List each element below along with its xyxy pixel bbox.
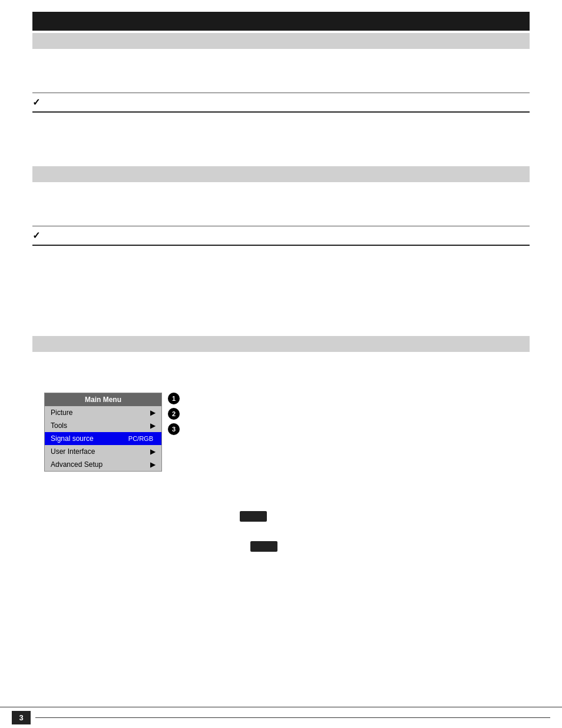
osd-menu-item-ui[interactable]: User Interface ▶: [45, 445, 161, 458]
section-1: ✓: [32, 12, 530, 147]
section-3: Main Menu Picture ▶ Tools ▶ Signal sourc…: [32, 336, 530, 653]
section-3-body-5: [32, 612, 530, 624]
btn-row-1-prefix: [32, 510, 235, 522]
osd-menu-item-advanced[interactable]: Advanced Setup ▶: [45, 458, 161, 471]
section-2-body-6: [32, 305, 530, 317]
num-row-2: 2: [168, 408, 180, 423]
section-2-body-3: [32, 251, 530, 263]
button-indicator-1: [240, 511, 267, 522]
section-2-checkmark-row: ✓: [32, 230, 530, 241]
section-1-header-dark: [32, 12, 530, 31]
osd-menu-item-tools-label: Tools: [51, 421, 67, 430]
button-indicator-2: [250, 541, 277, 552]
numbered-markers: 1 2 3: [168, 393, 180, 439]
section-2-body-5: [32, 286, 530, 299]
section-1-checkmark-text: [44, 98, 46, 107]
section-3-body-6: [32, 635, 530, 647]
osd-menu-item-picture-arrow: ▶: [150, 409, 156, 417]
section-2-header-light: [32, 166, 530, 182]
section-1-body: [32, 56, 530, 68]
section-2-checkmark-text: [44, 231, 46, 240]
osd-menu-item-picture-label: Picture: [51, 409, 72, 417]
section-3-header-light: [32, 336, 530, 352]
section-1-body-2: [32, 74, 530, 87]
osd-menu-container: Main Menu Picture ▶ Tools ▶ Signal sourc…: [44, 393, 530, 472]
osd-menu-item-signal[interactable]: Signal source PC/RGB: [45, 432, 161, 445]
page-number: 3: [12, 711, 31, 724]
osd-menu-item-picture[interactable]: Picture ▶: [45, 406, 161, 419]
section-1-rule-bottom: [32, 111, 530, 113]
num-row-3: 3: [168, 423, 180, 439]
osd-menu-item-signal-value: PC/RGB: [128, 435, 153, 442]
checkmark-icon-2: ✓: [32, 230, 40, 241]
section-1-checkmark-row: ✓: [32, 97, 530, 108]
section-2-body: [32, 189, 530, 202]
bottom-bar: 3: [0, 707, 562, 728]
section-1-body-3: [32, 117, 530, 130]
section-3-body: [32, 364, 530, 376]
section-3-body-2: [32, 483, 530, 496]
btn-row-2-prefix: [32, 539, 246, 552]
section-1-rule-top: [32, 93, 530, 93]
section-2-rule-bottom: [32, 245, 530, 246]
section-2-body-2: [32, 207, 530, 220]
btn-row-2: [32, 535, 530, 558]
section-3-body-4: [32, 589, 530, 601]
section-2-body-4: [32, 269, 530, 281]
osd-menu: Main Menu Picture ▶ Tools ▶ Signal sourc…: [44, 393, 162, 472]
osd-menu-item-tools[interactable]: Tools ▶: [45, 419, 161, 432]
section-1-header-light: [32, 33, 530, 49]
osd-menu-title: Main Menu: [45, 393, 161, 406]
osd-menu-item-signal-label: Signal source: [51, 434, 94, 443]
num-row-1: 1: [168, 393, 180, 408]
marker-2: 2: [168, 408, 180, 420]
btn-row-1: [32, 505, 530, 528]
marker-1: 1: [168, 393, 180, 404]
osd-menu-item-ui-label: User Interface: [51, 447, 95, 456]
osd-menu-item-tools-arrow: ▶: [150, 421, 156, 430]
section-2: ✓: [32, 166, 530, 317]
marker-3: 3: [168, 423, 180, 435]
osd-menu-item-advanced-label: Advanced Setup: [51, 460, 103, 469]
checkmark-icon-1: ✓: [32, 97, 40, 108]
section-3-body-3: [32, 566, 530, 578]
section-1-body-4: [32, 135, 530, 147]
osd-menu-item-ui-arrow: ▶: [150, 447, 156, 456]
section-2-rule-top: [32, 226, 530, 226]
osd-menu-item-advanced-arrow: ▶: [150, 460, 156, 469]
